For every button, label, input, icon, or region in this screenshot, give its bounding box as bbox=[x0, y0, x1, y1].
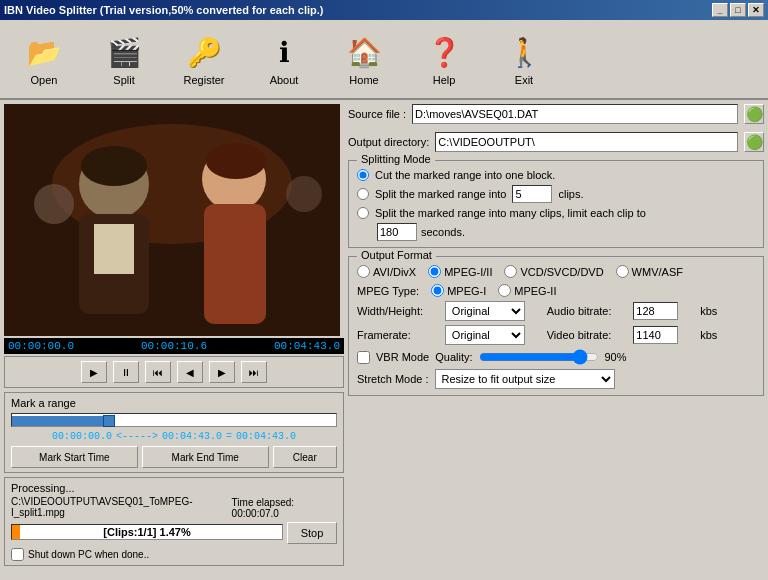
split-seconds-input[interactable] bbox=[377, 223, 417, 241]
title-bar-buttons: _ □ ✕ bbox=[712, 3, 764, 17]
home-icon: 🏠 bbox=[344, 32, 384, 72]
current-time: 00:00:00.0 bbox=[8, 340, 74, 352]
mark-start-button[interactable]: Mark Start Time bbox=[11, 446, 138, 468]
format-wmv-label: WMV/ASF bbox=[616, 265, 683, 278]
toolbar-home-label: Home bbox=[349, 74, 378, 86]
clear-button[interactable]: Clear bbox=[273, 446, 337, 468]
split-option3-radio[interactable] bbox=[357, 207, 369, 219]
props-grid: Width/Height: Original Audio bitrate: kb… bbox=[357, 301, 755, 345]
format-wmv-text: WMV/ASF bbox=[632, 266, 683, 278]
range-thumb[interactable] bbox=[103, 415, 115, 427]
output-dir-label: Output directory: bbox=[348, 136, 429, 148]
next-frame-button[interactable]: ⏭ bbox=[241, 361, 267, 383]
format-avi-radio[interactable] bbox=[357, 265, 370, 278]
split-option3-suffix: seconds. bbox=[421, 226, 465, 238]
range-filled bbox=[12, 416, 109, 426]
video-bitrate-input[interactable] bbox=[633, 326, 678, 344]
video-bitrate-label: Video bitrate: bbox=[547, 329, 628, 341]
toolbar-exit-button[interactable]: 🚶 Exit bbox=[488, 25, 560, 93]
mpeg2-text: MPEG-II bbox=[514, 285, 556, 297]
playback-controls: ▶ ⏸ ⏮ ◀ ▶ ⏭ bbox=[4, 356, 344, 388]
toolbar-exit-label: Exit bbox=[515, 74, 533, 86]
source-folder-button[interactable]: 🟢 bbox=[744, 104, 764, 124]
prev-frame-button[interactable]: ⏮ bbox=[145, 361, 171, 383]
toolbar-register-button[interactable]: 🔑 Register bbox=[168, 25, 240, 93]
time-display: 00:00:00.0 00:00:10.6 00:04:43.0 bbox=[4, 338, 344, 354]
total-time: 00:04:43.0 bbox=[274, 340, 340, 352]
open-icon: 📂 bbox=[24, 32, 64, 72]
source-file-label: Source file : bbox=[348, 108, 406, 120]
split-option1-label: Cut the marked range into one block. bbox=[375, 169, 555, 181]
toolbar-home-button[interactable]: 🏠 Home bbox=[328, 25, 400, 93]
close-button[interactable]: ✕ bbox=[748, 3, 764, 17]
source-file-input[interactable] bbox=[412, 104, 738, 124]
next-button[interactable]: ▶ bbox=[209, 361, 235, 383]
video-display bbox=[4, 104, 340, 336]
format-mpeg-radio[interactable] bbox=[428, 265, 441, 278]
toolbar-register-label: Register bbox=[184, 74, 225, 86]
svg-rect-4 bbox=[94, 224, 134, 274]
toolbar-help-button[interactable]: ❓ Help bbox=[408, 25, 480, 93]
audio-bitrate-unit: kbs bbox=[700, 305, 733, 317]
prev-button[interactable]: ◀ bbox=[177, 361, 203, 383]
range-slider[interactable] bbox=[11, 413, 337, 427]
quality-slider[interactable] bbox=[479, 349, 599, 365]
toolbar-about-button[interactable]: ℹ About bbox=[248, 25, 320, 93]
splitting-mode-group: Splitting Mode Cut the marked range into… bbox=[348, 160, 764, 248]
split-option2-prefix: Split the marked range into bbox=[375, 188, 506, 200]
framerate-select[interactable]: Original bbox=[445, 325, 525, 345]
quality-label: Quality: bbox=[435, 351, 472, 363]
svg-point-9 bbox=[34, 184, 74, 224]
about-icon: ℹ bbox=[264, 32, 304, 72]
format-mpeg-label: MPEG-I/II bbox=[428, 265, 492, 278]
split-option2-row: Split the marked range into clips. bbox=[357, 185, 755, 203]
split-icon: 🎬 bbox=[104, 32, 144, 72]
range-times: 00:00:00.0 <-----> 00:04:43.0 = 00:04:43… bbox=[11, 431, 337, 442]
range-start-time: 00:00:00.0 bbox=[52, 431, 112, 442]
audio-bitrate-input[interactable] bbox=[633, 302, 678, 320]
format-vcd-radio[interactable] bbox=[504, 265, 517, 278]
processing-file: C:\VIDEOOUTPUT\AVSEQ01_ToMPEG-I_split1.m… bbox=[11, 496, 232, 518]
split-clips-input[interactable] bbox=[512, 185, 552, 203]
range-arrow: <-----> bbox=[116, 431, 158, 442]
split-option3-row: Split the marked range into many clips, … bbox=[357, 207, 755, 219]
time-elapsed-value: 00:00:07.0 bbox=[232, 508, 279, 519]
split-option2-radio[interactable] bbox=[357, 188, 369, 200]
toolbar-split-button[interactable]: 🎬 Split bbox=[88, 25, 160, 93]
quality-value: 90% bbox=[605, 351, 627, 363]
movie-svg bbox=[4, 104, 340, 336]
mpeg1-text: MPEG-I bbox=[447, 285, 486, 297]
split-option1-radio[interactable] bbox=[357, 169, 369, 181]
toolbar-split-label: Split bbox=[113, 74, 134, 86]
width-height-label: Width/Height: bbox=[357, 305, 439, 317]
svg-rect-6 bbox=[204, 204, 266, 324]
mark-end-button[interactable]: Mark End Time bbox=[142, 446, 269, 468]
format-wmv-radio[interactable] bbox=[616, 265, 629, 278]
output-folder-button[interactable]: 🟢 bbox=[744, 132, 764, 152]
stop-button[interactable]: Stop bbox=[287, 522, 337, 544]
toolbar-open-button[interactable]: 📂 Open bbox=[8, 25, 80, 93]
maximize-button[interactable]: □ bbox=[730, 3, 746, 17]
format-row: AVI/DivX MPEG-I/II VCD/SVCD/DVD WMV/ASF bbox=[357, 265, 755, 278]
range-end-time: 00:04:43.0 bbox=[162, 431, 222, 442]
format-mpeg-text: MPEG-I/II bbox=[444, 266, 492, 278]
shutdown-checkbox[interactable] bbox=[11, 548, 24, 561]
pause-button[interactable]: ⏸ bbox=[113, 361, 139, 383]
play-button[interactable]: ▶ bbox=[81, 361, 107, 383]
format-vcd-label: VCD/SVCD/DVD bbox=[504, 265, 603, 278]
width-height-select[interactable]: Original bbox=[445, 301, 525, 321]
output-format-title: Output Format bbox=[357, 249, 436, 261]
range-title: Mark a range bbox=[11, 397, 337, 409]
format-avi-text: AVI/DivX bbox=[373, 266, 416, 278]
mpeg1-radio[interactable] bbox=[431, 284, 444, 297]
mpeg2-radio[interactable] bbox=[498, 284, 511, 297]
mpeg2-label: MPEG-II bbox=[498, 284, 556, 297]
vbr-label: VBR Mode bbox=[376, 351, 429, 363]
minimize-button[interactable]: _ bbox=[712, 3, 728, 17]
output-dir-input[interactable] bbox=[435, 132, 738, 152]
stretch-select[interactable]: Resize to fit output size bbox=[435, 369, 615, 389]
progress-bar: [Clips:1/1] 1.47% bbox=[11, 524, 283, 540]
window-title: IBN Video Splitter (Trial version,50% co… bbox=[4, 4, 324, 16]
vbr-checkbox[interactable] bbox=[357, 351, 370, 364]
svg-point-8 bbox=[206, 143, 266, 179]
